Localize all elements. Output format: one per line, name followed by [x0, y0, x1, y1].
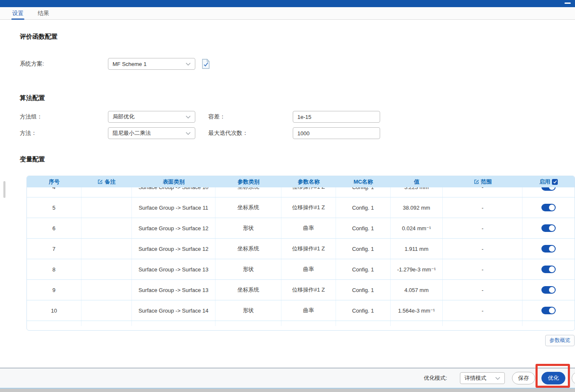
cell-note[interactable] [81, 197, 132, 218]
cell-range[interactable]: - [443, 259, 522, 279]
panel-drag-handle[interactable] [3, 181, 5, 198]
table-row[interactable]: 10 Surface Group -> Surface 14 形状 曲率 Con… [27, 300, 575, 321]
minimize-icon[interactable] [564, 3, 571, 4]
col-header-range[interactable]: 范围 [443, 176, 522, 187]
col-header-param-name: 参数名称 [281, 176, 336, 187]
enable-toggle[interactable] [541, 266, 556, 273]
method-select[interactable]: 阻尼最小二乘法 [108, 127, 195, 139]
cell-index: 11 [27, 321, 81, 326]
method-group-select[interactable]: 局部优化 [108, 111, 195, 123]
col-header-mc-name: MC名称 [336, 176, 391, 187]
algorithm-section-title: 算法配置 [20, 94, 45, 102]
optimization-dialog: 设置 结果 评价函数配置 系统方案: MF Scheme 1 算法配置 方法组：… [0, 0, 575, 392]
parameter-overview-button[interactable]: 参数概览 [545, 335, 575, 346]
enable-all-checkbox[interactable] [552, 179, 558, 185]
optimize-mode-select[interactable]: 详情模式 [460, 372, 505, 384]
cell-note[interactable] [81, 259, 132, 279]
method-group-value: 局部优化 [113, 113, 134, 121]
cell-value[interactable]: 1.564e-3 mm⁻¹ [391, 300, 443, 321]
cell-range[interactable]: - [443, 280, 522, 300]
variables-section-title: 变量配置 [20, 155, 45, 163]
cell-enable [522, 218, 575, 238]
enable-toggle[interactable] [541, 224, 556, 232]
cell-value[interactable]: -1.279e-3 mm⁻¹ [391, 259, 443, 279]
col-header-index: 序号 [27, 176, 81, 187]
cell-value[interactable]: 3.223 mm [391, 187, 443, 197]
cell-mc-name: Config. 1 [336, 321, 391, 326]
cell-param-name: 曲率 [281, 218, 336, 238]
tolerance-input[interactable] [293, 111, 380, 123]
cell-range[interactable]: - [443, 321, 522, 326]
scheme-select[interactable]: MF Scheme 1 [108, 58, 195, 70]
col-header-note[interactable]: 备注 [81, 176, 132, 187]
cell-mc-name: Config. 1 [336, 280, 391, 300]
table-row[interactable]: 4 Surface Group -> Surface 10 坐标系统 位移操作#… [27, 187, 575, 197]
cell-range[interactable]: - [443, 218, 522, 238]
scheme-label: 系统方案: [20, 58, 44, 70]
chevron-down-icon [495, 377, 500, 380]
method-label: 方法： [20, 127, 37, 139]
max-iterations-input[interactable] [293, 127, 380, 139]
cell-surface: Surface Group -> Surface 12 [132, 218, 216, 238]
tab-bar: 设置 结果 [0, 7, 575, 20]
document-check-icon[interactable] [201, 58, 211, 69]
cell-value[interactable]: 0.024 mm⁻¹ [391, 218, 443, 238]
cell-enable [522, 280, 575, 300]
cell-enable [522, 239, 575, 259]
cell-value[interactable]: 38.092 mm [391, 197, 443, 218]
cell-note[interactable] [81, 280, 132, 300]
cell-value[interactable]: 4.057 mm [391, 280, 443, 300]
cell-value[interactable]: -0.047 mm [391, 321, 443, 326]
cell-param-name: 位移操作#1 Z [281, 280, 336, 300]
tab-results[interactable]: 结果 [37, 7, 50, 20]
cell-enable [522, 259, 575, 279]
cell-surface: Surface Group -> Surface 14 [132, 300, 216, 321]
cell-enable [522, 197, 575, 218]
cell-range[interactable]: - [443, 187, 522, 197]
cell-note[interactable] [81, 239, 132, 259]
table-scroll-viewport[interactable]: 4 Surface Group -> Surface 10 坐标系统 位移操作#… [27, 187, 575, 326]
cell-index: 6 [27, 218, 81, 238]
enable-toggle[interactable] [541, 307, 556, 314]
cell-note[interactable] [81, 187, 132, 197]
method-group-label: 方法组： [20, 111, 42, 123]
cell-index: 5 [27, 197, 81, 218]
scheme-select-value: MF Scheme 1 [113, 61, 147, 67]
cell-range[interactable]: - [443, 239, 522, 259]
table-row[interactable]: 9 Surface Group -> Surface 13 坐标系统 位移操作#… [27, 280, 575, 300]
cell-index: 10 [27, 300, 81, 321]
cell-param-name: 曲率 [281, 259, 336, 279]
table-row[interactable]: 6 Surface Group -> Surface 12 形状 曲率 Conf… [27, 218, 575, 239]
optimize-mode-label: 优化模式: [424, 372, 447, 384]
table-row[interactable]: 5 Surface Group -> Surface 11 坐标系统 位移操作#… [27, 197, 575, 218]
table-row[interactable]: 7 Surface Group -> Surface 12 坐标系统 位移操作#… [27, 239, 575, 259]
cell-index: 7 [27, 239, 81, 259]
cell-value[interactable]: 1.911 mm [391, 239, 443, 259]
cell-note[interactable] [81, 300, 132, 321]
cell-surface: Surface Group -> Surface 13 [132, 259, 216, 279]
cell-param-category: 坐标系统 [215, 280, 281, 300]
cell-surface: Surface Group -> Surface 10 [132, 187, 216, 197]
cell-param-name: 曲率 [281, 300, 336, 321]
enable-toggle[interactable] [541, 286, 556, 294]
optimize-button[interactable]: 优化 [541, 372, 565, 384]
table-row[interactable]: 11 Surface Group -> Surface 14 坐标系统 位移操作… [27, 321, 575, 326]
tab-settings[interactable]: 设置 [11, 7, 24, 20]
enable-toggle[interactable] [541, 204, 556, 211]
enable-toggle[interactable] [541, 187, 556, 191]
max-iterations-label: 最大迭代次数： [208, 127, 248, 139]
cell-range[interactable]: - [443, 197, 522, 218]
table-row[interactable]: 8 Surface Group -> Surface 13 形状 曲率 Conf… [27, 259, 575, 280]
cell-note[interactable] [81, 218, 132, 238]
cell-param-category: 坐标系统 [215, 197, 281, 218]
cell-range[interactable]: - [443, 300, 522, 321]
cell-param-name: 位移操作#1 Z [281, 321, 336, 326]
cell-param-category: 坐标系统 [215, 239, 281, 259]
cell-param-category: 形状 [215, 300, 281, 321]
enable-toggle[interactable] [541, 245, 556, 253]
chevron-down-icon [186, 132, 191, 135]
save-button[interactable]: 保存 [512, 372, 535, 384]
cell-note[interactable] [81, 321, 132, 326]
col-header-param-category: 参数类别 [215, 176, 281, 187]
tolerance-label: 容差： [208, 111, 226, 123]
